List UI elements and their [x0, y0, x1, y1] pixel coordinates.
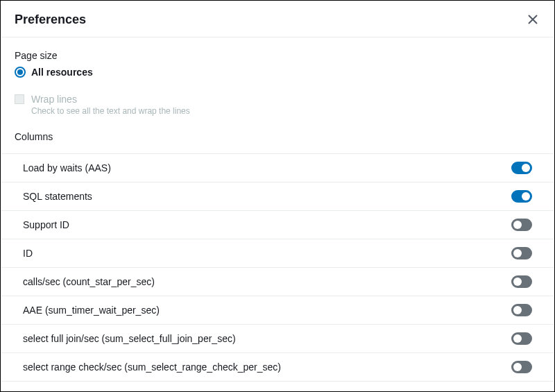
- wrap-lines-description: Check to see all the text and wrap the l…: [31, 105, 190, 117]
- toggle-off-icon: [513, 221, 522, 229]
- column-toggle[interactable]: [511, 275, 532, 288]
- column-name: select range check/sec (sum_select_range…: [23, 361, 281, 373]
- modal-title: Preferences: [15, 12, 86, 27]
- column-row: calls/sec (count_star_per_sec): [1, 267, 554, 296]
- toggle-off-icon: [513, 334, 522, 343]
- toggle-off-icon: [513, 278, 522, 286]
- column-name: AAE (sum_timer_wait_per_sec): [23, 305, 160, 316]
- column-row: AAE (sum_timer_wait_per_sec): [1, 296, 554, 324]
- column-name: Load by waits (AAS): [23, 162, 111, 173]
- toggle-off-icon: [513, 249, 522, 257]
- column-toggle[interactable]: [511, 332, 532, 345]
- column-toggle[interactable]: [511, 247, 532, 259]
- column-toggle[interactable]: [511, 162, 532, 174]
- column-name: calls/sec (count_star_per_sec): [23, 276, 155, 287]
- column-toggle[interactable]: [511, 361, 532, 373]
- column-row: Load by waits (AAS): [1, 153, 554, 182]
- wrap-lines-checkbox: Wrap lines Check to see all the text and…: [15, 93, 540, 117]
- modal-header: Preferences: [1, 1, 554, 37]
- page-size-label: Page size: [15, 50, 540, 61]
- column-name: select full join/sec (sum_select_full_jo…: [23, 333, 236, 344]
- columns-list: Load by waits (AAS) SQL statements Suppo…: [1, 153, 554, 382]
- column-toggle[interactable]: [511, 219, 532, 231]
- column-name: SQL statements: [23, 191, 92, 202]
- column-row: select range check/sec (sum_select_range…: [1, 352, 554, 382]
- column-toggle[interactable]: [511, 190, 532, 203]
- radio-checked-icon: [15, 67, 26, 78]
- wrap-lines-text: Wrap lines Check to see all the text and…: [31, 93, 190, 117]
- wrap-lines-label: Wrap lines: [31, 93, 190, 105]
- column-name: Support ID: [23, 219, 69, 230]
- column-row: ID: [1, 239, 554, 267]
- close-icon: [528, 15, 538, 24]
- checkbox-unchecked-icon: [15, 94, 24, 104]
- column-row: select full join/sec (sum_select_full_jo…: [1, 324, 554, 352]
- toggle-on-icon: [522, 164, 530, 172]
- modal-content: Page size All resources Wrap lines Check…: [1, 37, 554, 382]
- column-row: Support ID: [1, 210, 554, 239]
- radio-label: All resources: [31, 67, 93, 78]
- column-name: ID: [23, 248, 33, 259]
- page-size-radio-all[interactable]: All resources: [15, 67, 540, 78]
- close-button[interactable]: [525, 12, 540, 27]
- toggle-off-icon: [513, 363, 522, 371]
- column-row: SQL statements: [1, 182, 554, 210]
- toggle-on-icon: [522, 192, 530, 201]
- columns-section-label: Columns: [15, 131, 540, 142]
- column-toggle[interactable]: [511, 304, 532, 316]
- toggle-off-icon: [513, 306, 522, 314]
